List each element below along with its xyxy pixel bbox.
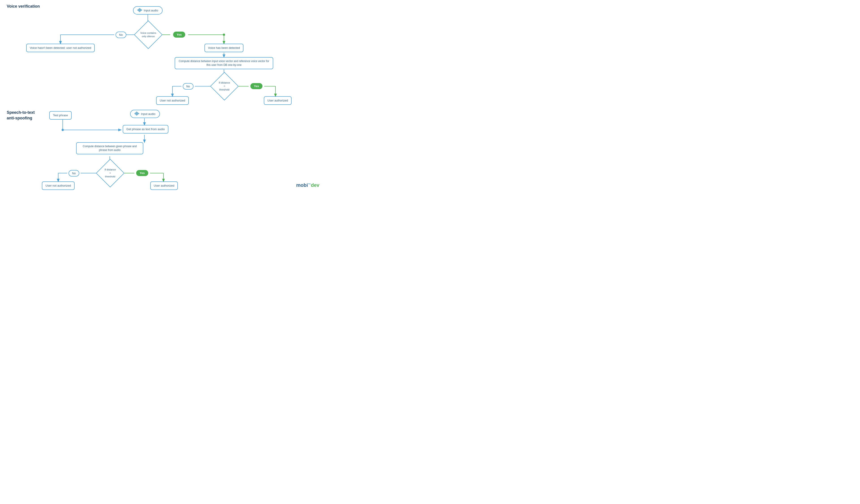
user-authorized-1-label: User authorized — [264, 96, 291, 105]
no-label-1: No — [116, 32, 127, 38]
if-distance-1-label: If distance<threshold — [218, 80, 231, 92]
no-label-2: No — [183, 83, 194, 90]
voice-silence-diamond-shape: Voice containsonly silence — [134, 20, 162, 49]
yes-label-2: Yes — [250, 83, 262, 89]
input-audio-1-label: Input audio — [144, 9, 158, 12]
input-audio-1-pill: Input audio — [133, 6, 162, 15]
svg-rect-40 — [137, 112, 138, 115]
yes-label-1: Yes — [173, 32, 185, 38]
audio-icon-1 — [138, 8, 142, 13]
svg-rect-31 — [138, 10, 138, 11]
voice-not-detected-label: Voice hasn't been detected; user not aut… — [26, 44, 95, 52]
input-audio-2-label: Input audio — [141, 112, 155, 116]
mobidev-logo: mobi〜dev — [296, 182, 319, 188]
compute-distance-2-node: Compute distance between given phrase an… — [76, 142, 143, 154]
if-distance-2-label: If distance<threshold — [104, 167, 117, 179]
svg-rect-36 — [142, 10, 142, 10]
yes-pill-2: Yes — [248, 83, 264, 89]
compute-distance-1-label: Compute distance between input voice vec… — [175, 57, 273, 69]
svg-rect-41 — [138, 113, 139, 114]
no-pill-2: No — [182, 83, 195, 90]
no-pill-1: No — [114, 32, 128, 38]
svg-rect-42 — [139, 113, 140, 114]
if-distance-1-diamond-shape: If distance<threshold — [210, 72, 239, 100]
yes-pill-1: Yes — [170, 32, 188, 38]
if-distance-2-diamond-shape: If distance<threshold — [96, 159, 124, 187]
svg-rect-38 — [135, 112, 136, 115]
if-distance-2-diamond: If distance<threshold — [99, 163, 121, 183]
test-phrase-node: Test phrase — [45, 111, 76, 120]
compute-distance-1-node: Compute distance between input voice vec… — [175, 57, 273, 69]
diagram-container: Voice verification Input audio Voice con… — [0, 0, 326, 193]
svg-rect-34 — [140, 9, 141, 11]
user-not-authorized-1-node: User not authorized — [152, 96, 192, 105]
get-phrase-label: Get phrase as text from audio — [123, 125, 168, 133]
user-authorized-2-node: User authorized — [147, 182, 182, 190]
logo-dev: dev — [311, 182, 319, 188]
voice-silence-label: Voice containsonly silence — [140, 30, 157, 39]
voice-verification-title: Voice verification — [7, 4, 40, 9]
logo-mobi: mobi — [296, 182, 308, 188]
svg-rect-35 — [141, 10, 142, 11]
if-distance-1-diamond: If distance<threshold — [213, 76, 235, 96]
user-not-authorized-2-label: User not authorized — [42, 182, 74, 190]
no-label-3: No — [69, 170, 80, 176]
compute-distance-2-label: Compute distance between given phrase an… — [76, 142, 143, 154]
svg-point-28 — [223, 33, 225, 36]
svg-rect-37 — [134, 113, 135, 114]
logo-signal-icon: 〜 — [308, 182, 311, 186]
yes-label-3: Yes — [136, 170, 148, 176]
voice-not-detected-node: Voice hasn't been detected; user not aut… — [23, 44, 99, 52]
svg-point-26 — [61, 129, 64, 131]
svg-rect-33 — [139, 8, 140, 12]
svg-rect-32 — [139, 9, 139, 11]
input-audio-2-pill: Input audio — [130, 110, 160, 118]
no-pill-3: No — [67, 170, 81, 176]
audio-icon-2 — [134, 112, 140, 116]
input-audio-2-node: Input audio — [128, 110, 162, 118]
input-audio-1-node: Input audio — [132, 6, 163, 15]
user-authorized-1-node: User authorized — [260, 96, 296, 105]
voice-detected-label: Voice has been detected — [204, 44, 243, 52]
speech-to-text-title: Speech-to-textanti-spoofing — [7, 110, 35, 121]
yes-pill-3: Yes — [134, 170, 150, 176]
user-not-authorized-2-node: User not authorized — [35, 182, 82, 190]
user-authorized-2-label: User authorized — [150, 182, 178, 190]
test-phrase-label: Test phrase — [49, 111, 71, 120]
svg-rect-39 — [137, 112, 137, 116]
voice-detected-node: Voice has been detected — [195, 44, 253, 52]
voice-silence-diamond: Voice containsonly silence — [137, 25, 159, 45]
user-not-authorized-1-label: User not authorized — [156, 96, 189, 105]
get-phrase-node: Get phrase as text from audio — [121, 125, 170, 133]
